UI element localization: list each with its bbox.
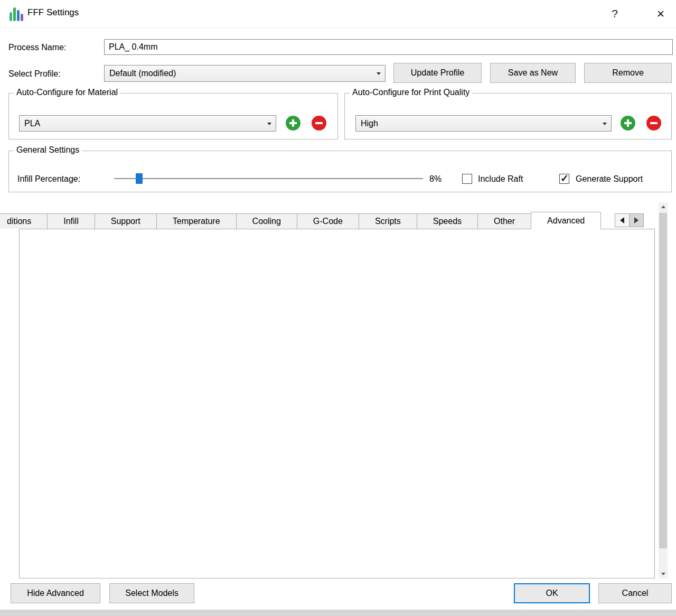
cancel-button[interactable]: Cancel bbox=[598, 583, 672, 603]
tab-temperature[interactable]: Temperature bbox=[156, 213, 237, 229]
material-select[interactable]: PLA bbox=[19, 115, 276, 132]
tab-scroll-right-button[interactable] bbox=[629, 213, 644, 227]
plus-icon bbox=[289, 119, 297, 127]
help-button[interactable]: ? bbox=[606, 5, 623, 22]
update-profile-button[interactable]: Update Profile bbox=[393, 63, 482, 83]
auto-quality-group-title: Auto-Configure for Print Quality bbox=[350, 88, 472, 97]
tab-speeds[interactable]: Speeds bbox=[417, 213, 478, 229]
remove-quality-button[interactable] bbox=[646, 116, 661, 130]
scroll-up-button[interactable] bbox=[659, 202, 668, 211]
minus-icon bbox=[315, 122, 323, 124]
remove-profile-button[interactable]: Remove bbox=[584, 63, 672, 83]
tab-cooling[interactable]: Cooling bbox=[236, 213, 297, 229]
tab-content-pane bbox=[19, 229, 655, 578]
include-raft-checkbox[interactable] bbox=[462, 174, 472, 184]
generate-support-checkbox[interactable] bbox=[559, 174, 569, 184]
logo-bar bbox=[13, 7, 16, 21]
scroll-down-button[interactable] bbox=[659, 570, 668, 578]
scrollbar-thumb[interactable] bbox=[659, 213, 667, 548]
tab-infill[interactable]: Infill bbox=[47, 213, 95, 229]
tab-other[interactable]: Other bbox=[477, 213, 531, 229]
window-title: FFF Settings bbox=[27, 7, 79, 18]
tab-gcode[interactable]: G-Code bbox=[297, 213, 359, 229]
auto-quality-group: Auto-Configure for Print Quality High bbox=[344, 93, 672, 139]
remove-material-button[interactable] bbox=[312, 116, 326, 130]
include-raft-label: Include Raft bbox=[478, 174, 523, 184]
tab-additions[interactable]: ditions bbox=[0, 213, 48, 229]
logo-bar bbox=[21, 14, 23, 21]
tab-advanced[interactable]: Advanced bbox=[531, 212, 601, 229]
tab-scripts[interactable]: Scripts bbox=[359, 213, 417, 229]
tab-support[interactable]: Support bbox=[95, 213, 157, 229]
fff-settings-dialog: FFF Settings ? ✕ Process Name: Select Pr… bbox=[0, 0, 676, 616]
scroll-down-icon bbox=[661, 573, 665, 575]
infill-percentage-value: 8% bbox=[429, 174, 442, 184]
quality-select[interactable]: High bbox=[355, 115, 612, 132]
ok-button[interactable]: OK bbox=[514, 583, 590, 603]
generate-support-label: Generate Support bbox=[576, 174, 643, 184]
process-name-input[interactable] bbox=[104, 39, 673, 55]
slider-track[interactable] bbox=[114, 178, 423, 179]
dropdown-arrow-icon bbox=[267, 123, 271, 125]
app-logo-icon bbox=[10, 7, 24, 21]
process-name-label: Process Name: bbox=[8, 43, 66, 52]
add-quality-button[interactable] bbox=[621, 116, 635, 130]
hide-advanced-button[interactable]: Hide Advanced bbox=[11, 583, 100, 603]
slider-handle[interactable] bbox=[136, 173, 143, 184]
general-settings-group-title: General Settings bbox=[14, 145, 82, 155]
material-select-value: PLA bbox=[24, 119, 40, 128]
select-models-button[interactable]: Select Models bbox=[109, 583, 194, 603]
dropdown-arrow-icon bbox=[377, 72, 381, 75]
save-as-new-button[interactable]: Save as New bbox=[490, 63, 576, 83]
add-material-button[interactable] bbox=[286, 116, 301, 130]
profile-select[interactable]: Default (modified) bbox=[104, 65, 386, 82]
auto-material-group: Auto-Configure for Material PLA bbox=[8, 93, 338, 139]
minus-icon bbox=[650, 122, 658, 124]
tab-scroll-left-button[interactable] bbox=[615, 213, 630, 227]
general-settings-group: General Settings Infill Percentage: 8% I… bbox=[8, 151, 672, 192]
plus-icon bbox=[624, 119, 632, 127]
profile-select-value: Default (modified) bbox=[109, 69, 176, 78]
quality-select-value: High bbox=[361, 119, 378, 128]
arrow-left-icon bbox=[620, 217, 624, 223]
dropdown-arrow-icon bbox=[603, 123, 607, 125]
infill-percentage-label: Infill Percentage: bbox=[17, 174, 80, 184]
settings-tabbar: ditions Infill Support Temperature Cooli… bbox=[0, 212, 600, 229]
close-button[interactable]: ✕ bbox=[652, 5, 670, 22]
scroll-up-icon bbox=[661, 206, 665, 208]
select-profile-label: Select Profile: bbox=[8, 69, 61, 79]
window-titlebar: FFF Settings ? ✕ bbox=[0, 0, 676, 28]
logo-bar bbox=[10, 12, 12, 21]
window-bottom-strip bbox=[0, 610, 676, 616]
infill-slider[interactable] bbox=[114, 173, 423, 184]
arrow-right-icon bbox=[634, 217, 639, 223]
vertical-scrollbar[interactable] bbox=[659, 202, 668, 578]
auto-material-group-title: Auto-Configure for Material bbox=[14, 88, 120, 97]
logo-bar bbox=[17, 10, 20, 21]
